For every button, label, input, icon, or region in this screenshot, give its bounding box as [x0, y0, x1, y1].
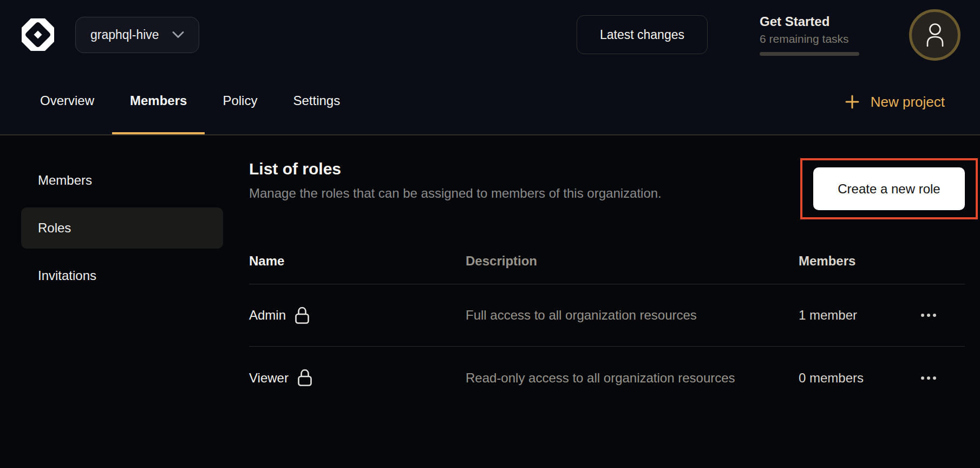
header-right-group: Latest changes Get Started 6 remaining t…	[577, 9, 961, 61]
org-switcher-label: graphql-hive	[90, 28, 159, 42]
roles-panel-header: List of roles Manage the roles that can …	[249, 160, 965, 219]
tab-members[interactable]: Members	[112, 69, 205, 134]
page-title: List of roles	[249, 160, 662, 178]
create-new-role-button[interactable]: Create a new role	[813, 167, 965, 210]
sidebar-item-members[interactable]: Members	[21, 160, 223, 201]
lock-icon	[297, 369, 312, 387]
new-project-button[interactable]: New project	[845, 69, 945, 134]
plus-icon	[845, 94, 860, 109]
get-started-title: Get Started	[760, 14, 859, 29]
user-avatar-button[interactable]	[909, 9, 961, 61]
lock-icon	[295, 307, 310, 324]
role-member-count: 1 member	[769, 308, 920, 323]
new-project-label: New project	[871, 94, 945, 110]
row-menu-button[interactable]	[920, 310, 937, 321]
get-started-widget[interactable]: Get Started 6 remaining tasks	[760, 14, 859, 56]
role-name: Viewer	[249, 370, 289, 386]
roles-table: Name Description Members Admin Full	[249, 238, 965, 409]
get-started-progress-bar	[760, 52, 859, 56]
org-tabs-bar: Overview Members Policy Settings New pro…	[0, 69, 980, 135]
roles-panel: List of roles Manage the roles that can …	[249, 135, 980, 468]
annotation-highlight-rectangle: Create a new role	[800, 158, 978, 219]
chevron-down-icon	[172, 31, 184, 38]
role-description: Full access to all organization resource…	[466, 305, 697, 326]
role-name: Admin	[249, 308, 286, 323]
members-sidebar: Members Roles Invitations	[0, 135, 249, 468]
tab-policy[interactable]: Policy	[205, 69, 275, 134]
org-switcher[interactable]: graphql-hive	[75, 17, 199, 53]
tab-overview[interactable]: Overview	[22, 69, 112, 134]
latest-changes-button[interactable]: Latest changes	[577, 15, 708, 54]
row-menu-button[interactable]	[920, 373, 937, 384]
column-header-members: Members	[769, 253, 920, 269]
roles-table-header: Name Description Members	[249, 238, 965, 284]
sidebar-item-roles[interactable]: Roles	[21, 207, 223, 249]
role-member-count: 0 members	[769, 370, 920, 386]
sidebar-item-invitations[interactable]: Invitations	[21, 255, 223, 296]
column-header-description: Description	[466, 253, 769, 269]
page-content: Members Roles Invitations List of roles …	[0, 135, 980, 468]
app-header: graphql-hive Latest changes Get Started …	[0, 0, 980, 69]
top-region: graphql-hive Latest changes Get Started …	[0, 0, 980, 135]
get-started-subtitle: 6 remaining tasks	[760, 32, 859, 46]
roles-panel-titles: List of roles Manage the roles that can …	[249, 160, 662, 201]
column-header-name: Name	[249, 253, 466, 269]
user-icon	[924, 22, 946, 47]
role-description: Read-only access to all organization res…	[466, 368, 735, 388]
ellipsis-menu-icon	[920, 313, 937, 317]
table-row: Viewer Read-only access to all organizat…	[249, 347, 965, 409]
tab-settings[interactable]: Settings	[275, 69, 358, 134]
ellipsis-menu-icon	[920, 376, 937, 380]
page-subtitle: Manage the roles that can be assigned to…	[249, 186, 662, 201]
table-row: Admin Full access to all organization re…	[249, 284, 965, 347]
hive-logo-icon	[20, 17, 56, 53]
